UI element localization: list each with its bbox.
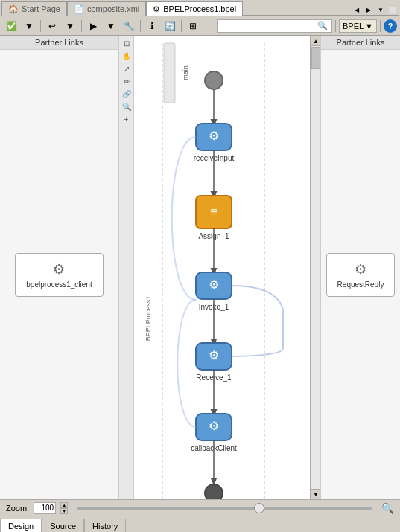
tab-composite-label: composite.xml xyxy=(87,4,139,13)
zoom-slider[interactable] xyxy=(77,507,372,510)
left-partner-area: ⚙ bpelprocess1_client xyxy=(0,50,118,499)
main-area: Partner Links ⚙ bpelprocess1_client ⊡ ✋ … xyxy=(0,36,400,499)
refresh-button[interactable]: 🔄 xyxy=(162,19,178,33)
search-box: 🔍 xyxy=(217,19,332,33)
tab-menu[interactable]: ▼ xyxy=(375,5,387,16)
svg-text:⚙: ⚙ xyxy=(209,129,219,142)
tab-composite[interactable]: 📄 composite.xml xyxy=(67,1,146,16)
svg-text:main: main xyxy=(182,65,189,80)
dropdown-arrow[interactable]: ▼ xyxy=(21,19,37,33)
design-tab-label: Design xyxy=(8,522,34,531)
zoom-slider-thumb[interactable] xyxy=(254,503,264,513)
right-panel-title: Partner Links xyxy=(321,36,400,50)
zoom-magnifier-icon[interactable]: 🔍 xyxy=(381,502,394,514)
bpel-dropdown[interactable]: BPEL ▼ xyxy=(339,19,377,33)
sep1 xyxy=(40,20,41,32)
bottom-toolbar: Zoom: ▲ ▼ 🔍 xyxy=(0,499,400,516)
scroll-down-btn[interactable]: ▼ xyxy=(311,489,320,499)
start-page-icon: 🏠 xyxy=(8,4,19,14)
scroll-track xyxy=(311,46,320,489)
left-partner-label: bpelprocess1_client xyxy=(26,281,92,289)
grid-button[interactable]: ⊞ xyxy=(185,19,201,33)
tab-source[interactable]: Source xyxy=(42,519,84,532)
undo-button[interactable]: ↩ xyxy=(44,19,60,33)
restore-btn[interactable]: ⬜ xyxy=(387,5,399,16)
zoom-up-btn[interactable]: ▲ xyxy=(60,502,68,508)
sep3 xyxy=(140,20,141,32)
pencil-tool[interactable]: ✏ xyxy=(121,75,133,87)
main-toolbar: ✅ ▼ ↩ ▼ ▶ ▼ 🔧 ℹ 🔄 ⊞ 🔍 BPEL ▼ ? xyxy=(0,16,400,36)
tab-design[interactable]: Design xyxy=(0,519,42,532)
svg-point-5 xyxy=(205,71,223,89)
hand-tool[interactable]: ✋ xyxy=(121,50,133,62)
left-panel-title: Partner Links xyxy=(0,36,118,50)
tab-history[interactable]: History xyxy=(84,519,126,532)
center-canvas: ⊡ ✋ ↗ ✏ 🔗 🔍 + main BPELProcess1 xyxy=(119,36,320,499)
zoom-label: Zoom: xyxy=(6,504,29,513)
sep6 xyxy=(380,20,381,32)
source-tab-label: Source xyxy=(50,522,76,531)
partner-gear-icon: ⚙ xyxy=(53,261,65,278)
zoom-tool2[interactable]: + xyxy=(121,113,133,125)
sep5 xyxy=(335,20,336,32)
save-button[interactable]: ✅ xyxy=(3,19,19,33)
info-button[interactable]: ℹ xyxy=(144,19,160,33)
deploy-button[interactable]: 🔧 xyxy=(121,19,137,33)
left-partner-panel: Partner Links ⚙ bpelprocess1_client xyxy=(0,36,119,499)
svg-text:BPELProcess1: BPELProcess1 xyxy=(145,296,152,342)
canvas-toolbar: ⊡ ✋ ↗ ✏ 🔗 🔍 + xyxy=(119,36,134,499)
run-arrow[interactable]: ▼ xyxy=(103,19,119,33)
undo-arrow[interactable]: ▼ xyxy=(62,19,78,33)
svg-rect-2 xyxy=(164,43,175,103)
svg-text:≡: ≡ xyxy=(210,205,217,218)
right-partner-box[interactable]: ⚙ RequestReply xyxy=(326,253,396,297)
svg-point-27 xyxy=(205,484,223,499)
bpel-arrow: ▼ xyxy=(365,22,373,31)
tab-bpel-process[interactable]: ⚙ BPELProcess1.bpel xyxy=(146,1,243,16)
zoom-in-tool[interactable]: 🔍 xyxy=(121,100,133,112)
zoom-input[interactable] xyxy=(34,502,56,514)
tab-bpel-label: BPELProcess1.bpel xyxy=(163,4,236,13)
zoom-spinner: ▲ ▼ xyxy=(60,502,68,514)
bottom-tabs: Design Source History xyxy=(0,516,400,532)
svg-text:⚙: ⚙ xyxy=(209,349,219,362)
bpel-label: BPEL xyxy=(343,22,364,31)
svg-text:⚙: ⚙ xyxy=(209,278,219,291)
scroll-thumb[interactable] xyxy=(311,47,320,69)
svg-text:⚙: ⚙ xyxy=(209,420,219,432)
tab-start-page-label: Start Page xyxy=(22,4,60,13)
tab-bar: 🏠 Start Page 📄 composite.xml ⚙ BPELProce… xyxy=(0,0,400,16)
search-icon: 🔍 xyxy=(317,21,328,31)
flow-svg: main BPELProcess1 ⚙ receiveInput ≡ Assig… xyxy=(134,36,320,499)
sep4 xyxy=(181,20,182,32)
zoom-down-btn[interactable]: ▼ xyxy=(60,508,68,514)
vertical-scrollbar[interactable]: ▲ ▼ xyxy=(310,36,320,499)
scroll-up-btn[interactable]: ▲ xyxy=(311,36,320,46)
search-input[interactable] xyxy=(220,22,317,31)
sep2 xyxy=(81,20,82,32)
select-tool[interactable]: ↗ xyxy=(121,63,133,74)
left-partner-box[interactable]: ⚙ bpelprocess1_client xyxy=(15,253,103,297)
collapse-btn[interactable]: ⊡ xyxy=(121,37,133,49)
right-partner-gear-icon: ⚙ xyxy=(355,261,366,278)
right-partner-panel: Partner Links ⚙ RequestReply xyxy=(320,36,400,499)
connect-tool[interactable]: 🔗 xyxy=(121,88,133,100)
bpel-icon: ⚙ xyxy=(153,4,160,14)
run-button[interactable]: ▶ xyxy=(85,19,101,33)
history-tab-label: History xyxy=(92,522,118,531)
right-partner-area: ⚙ RequestReply xyxy=(321,50,400,499)
right-partner-label: RequestReply xyxy=(337,281,384,289)
tab-start-page[interactable]: 🏠 Start Page xyxy=(1,1,67,16)
tab-scroll-right[interactable]: ▶ xyxy=(363,5,375,16)
help-label: ? xyxy=(388,22,393,31)
composite-icon: 📄 xyxy=(74,4,84,14)
tab-scroll-left[interactable]: ◀ xyxy=(351,5,363,16)
help-button[interactable]: ? xyxy=(384,19,397,33)
